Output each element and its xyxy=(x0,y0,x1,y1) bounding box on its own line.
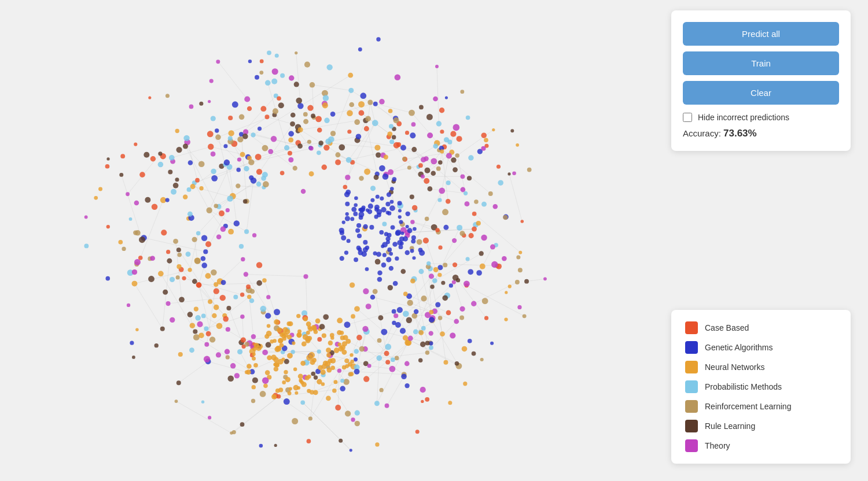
legend-swatch-neural-networks xyxy=(685,361,698,373)
legend-item-genetic-algorithms: Genetic Algorithms xyxy=(685,341,837,354)
legend-label-rule-learning: Rule Learning xyxy=(705,421,755,431)
legend-label-probabilistic-methods: Probabilistic Methods xyxy=(705,382,782,391)
legend-label-neural-networks: Neural Networks xyxy=(705,362,764,372)
legend-item-reinforcement-learning: Reinforcement Learning xyxy=(685,400,837,413)
legend-item-probabilistic-methods: Probabilistic Methods xyxy=(685,380,837,393)
legend-label-reinforcement-learning: Reinforcement Learning xyxy=(705,402,791,411)
legend-label-genetic-algorithms: Genetic Algorithms xyxy=(705,343,773,352)
accuracy-label: Accuracy: xyxy=(683,128,721,138)
legend-label-case-based: Case Based xyxy=(705,323,749,332)
legend-item-theory: Theory xyxy=(685,439,837,452)
legend-panel: Case Based Genetic Algorithms Neural Net… xyxy=(671,310,851,464)
clear-button[interactable]: Clear xyxy=(683,81,839,105)
legend-swatch-theory xyxy=(685,439,698,452)
hide-incorrect-label: Hide incorrect predictions xyxy=(698,113,789,122)
legend-item-neural-networks: Neural Networks xyxy=(685,361,837,373)
legend-swatch-case-based xyxy=(685,321,698,334)
legend-item-case-based: Case Based xyxy=(685,321,837,334)
legend-swatch-probabilistic-methods xyxy=(685,380,698,393)
accuracy-value: 73.63% xyxy=(723,128,757,139)
hide-incorrect-row: Hide incorrect predictions xyxy=(683,113,839,122)
legend-swatch-genetic-algorithms xyxy=(685,341,698,354)
accuracy-display: Accuracy: 73.63% xyxy=(683,128,839,139)
legend-label-theory: Theory xyxy=(705,441,730,450)
legend-swatch-rule-learning xyxy=(685,420,698,432)
controls-panel: Predict all Train Clear Hide incorrect p… xyxy=(671,10,851,151)
predict-all-button[interactable]: Predict all xyxy=(683,22,839,46)
train-button[interactable]: Train xyxy=(683,51,839,75)
legend-swatch-reinforcement-learning xyxy=(685,400,698,413)
hide-incorrect-checkbox[interactable] xyxy=(683,113,692,122)
legend-item-rule-learning: Rule Learning xyxy=(685,420,837,432)
